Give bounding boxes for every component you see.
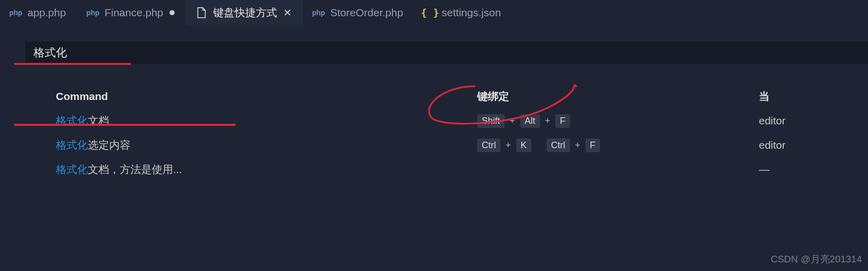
tab-keyboard-shortcuts[interactable]: 键盘快捷方式 ✕ (186, 0, 303, 25)
json-icon: { } (424, 7, 436, 18)
match-highlight: 格式化 (56, 115, 88, 126)
plus-icon: + (509, 116, 516, 126)
header-when: 当 (759, 89, 868, 104)
command-rest: 选定内容 (88, 139, 130, 151)
table-row[interactable]: 格式化文档 Shift + Alt + F editor (0, 109, 868, 133)
tab-label: settings.json (442, 7, 501, 19)
table-row[interactable]: 格式化文档，方法是使用... — (0, 157, 868, 182)
tab-bar: php app.php php Finance.php 键盘快捷方式 ✕ php… (0, 0, 868, 25)
close-icon[interactable]: ✕ (283, 7, 292, 19)
key-f: F (585, 139, 600, 152)
table-header-row: Command 键绑定 当 (0, 84, 868, 109)
table-row[interactable]: 格式化选定内容 Ctrl + K Ctrl + F editor (0, 133, 868, 157)
when-cell: editor (759, 139, 868, 151)
tab-label: 键盘快捷方式 (213, 6, 277, 20)
key-alt: Alt (520, 114, 540, 128)
when-cell: editor (759, 115, 868, 127)
key-f: F (555, 114, 570, 128)
php-icon: php (87, 7, 98, 18)
command-cell: 格式化选定内容 (56, 138, 477, 152)
command-rest: 文档，方法是使用... (88, 163, 182, 175)
keybinding-cell: Ctrl + K Ctrl + F (477, 139, 759, 152)
plus-icon: + (544, 116, 552, 126)
header-keybinding: 键绑定 (477, 89, 759, 104)
document-icon (196, 7, 207, 18)
tab-label: app.php (27, 7, 66, 19)
key-ctrl: Ctrl (547, 139, 570, 152)
match-highlight: 格式化 (56, 163, 88, 175)
command-cell: 格式化文档 (56, 114, 477, 128)
shortcut-search-input[interactable] (25, 42, 868, 64)
tab-finance-php[interactable]: php Finance.php (77, 0, 186, 25)
key-shift: Shift (477, 114, 505, 128)
plus-icon: + (505, 140, 512, 151)
tab-label: StoreOrder.php (330, 7, 404, 19)
tab-app-php[interactable]: php app.php (0, 0, 77, 25)
command-cell: 格式化文档，方法是使用... (56, 162, 477, 177)
tab-storeorder-php[interactable]: php StoreOrder.php (303, 0, 415, 25)
match-highlight: 格式化 (56, 139, 88, 151)
plus-icon: + (574, 140, 582, 151)
shortcuts-table: Command 键绑定 当 格式化文档 Shift + Alt + F edit… (0, 64, 868, 182)
tab-settings-json[interactable]: { } settings.json (414, 0, 512, 25)
header-command: Command (56, 90, 477, 103)
php-icon: php (10, 7, 21, 18)
php-icon: php (313, 7, 324, 18)
when-cell: — (759, 163, 868, 176)
key-k: K (516, 139, 531, 152)
tab-label: Finance.php (105, 7, 163, 19)
watermark: CSDN @月亮201314 (771, 253, 862, 266)
key-ctrl: Ctrl (477, 139, 500, 152)
search-wrap (0, 25, 868, 64)
command-rest: 文档 (88, 115, 109, 126)
dirty-indicator-icon (170, 10, 175, 15)
keybinding-cell: Shift + Alt + F (477, 114, 759, 128)
